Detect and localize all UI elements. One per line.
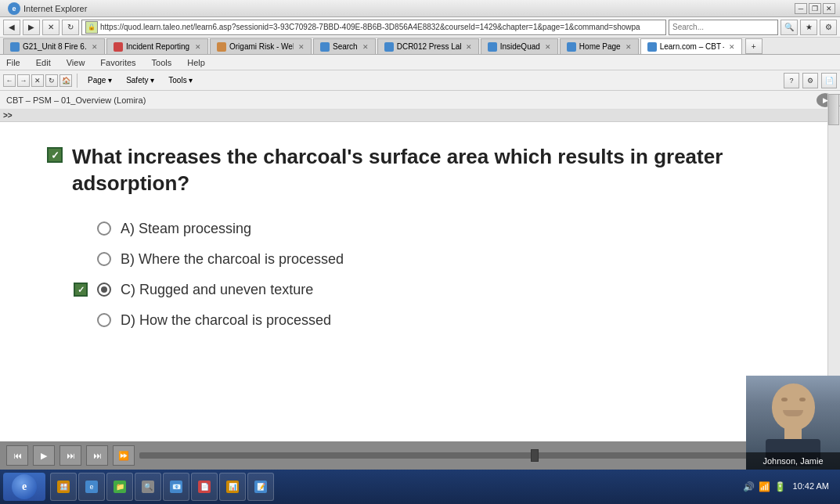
tab-close-7[interactable]: ✕ <box>625 43 632 51</box>
title-bar-text: Internet Explorer <box>23 4 87 13</box>
tab-7[interactable]: Home Page ✕ <box>560 38 639 54</box>
clock: 10:42 AM <box>790 481 832 492</box>
tab-favicon-8 <box>647 42 657 52</box>
tray-icon-3: 🔋 <box>774 481 787 493</box>
taskbar-item-1[interactable]: 🪟 <box>50 473 77 501</box>
back-button[interactable]: ◀ <box>3 20 20 35</box>
toolbar-icon-1[interactable]: ? <box>784 73 799 88</box>
tab-favicon-6 <box>488 42 497 52</box>
toolbar-btn-home[interactable]: 🏠 <box>59 74 72 87</box>
tab-label-3: Origami Risk - Welc <box>229 42 294 51</box>
menu-help[interactable]: Help <box>184 58 208 67</box>
tab-close-4[interactable]: ✕ <box>362 43 369 51</box>
tab-label-2: Incident Reporting - In... <box>126 42 190 51</box>
tab-favicon-1 <box>10 42 20 52</box>
tab-favicon-7 <box>567 42 576 52</box>
tab-close-5[interactable]: ✕ <box>466 43 472 51</box>
toolbar: ← → ✕ ↻ 🏠 Page ▾ Safety ▾ Tools ▾ ? ⚙ 📄 <box>0 70 840 91</box>
taskbar-items: 🪟 e 📁 🔍 📧 📄 📊 📝 <box>47 473 741 501</box>
taskbar-item-7[interactable]: 📊 <box>219 473 246 501</box>
skip-forward-button[interactable]: ⏭ <box>86 445 108 466</box>
expand-button[interactable]: >> <box>3 111 13 120</box>
tab-1[interactable]: G21_Unit 8 Fire 6.26.19... ✕ <box>3 38 105 54</box>
toolbar-icon-3[interactable]: 📄 <box>821 73 837 88</box>
tab-2[interactable]: Incident Reporting - In... ✕ <box>106 38 208 54</box>
play-button[interactable]: ▶ <box>33 445 55 466</box>
address-url: https://quod.learn.taleo.net/learn6.asp?… <box>100 23 640 31</box>
page-header-title: CBT – PSM – 01_Overview (Lomira) <box>6 95 146 105</box>
favorites-button[interactable]: ★ <box>800 20 817 35</box>
skip-back-button[interactable]: ⏭ <box>59 445 81 466</box>
stop-button[interactable]: ✕ <box>42 20 59 35</box>
radio-a[interactable] <box>97 221 111 236</box>
menu-file[interactable]: File <box>3 58 23 67</box>
tab-close-2[interactable]: ✕ <box>195 43 201 51</box>
search-input[interactable] <box>669 20 778 35</box>
toolbar-separator-1 <box>77 74 78 88</box>
search-button[interactable]: 🔍 <box>781 20 798 35</box>
toolbar-btn-2[interactable]: → <box>17 74 30 87</box>
tab-6[interactable]: InsideQuad ✕ <box>481 38 558 54</box>
tab-favicon-4 <box>320 42 330 52</box>
menu-tools[interactable]: Tools <box>149 58 175 67</box>
taskbar: e 🪟 e 📁 🔍 📧 📄 📊 📝 🔊 📶 🔋 10:42 <box>0 470 840 504</box>
option-row-c: C) Rugged and uneven texture <box>74 282 793 298</box>
address-bar[interactable]: 🔒 https://quod.learn.taleo.net/learn6.as… <box>81 20 666 35</box>
tab-8[interactable]: Learn.com – CBT –... ✕ <box>640 38 742 54</box>
taskbar-item-5[interactable]: 📧 <box>163 473 189 501</box>
toolbar-icon-2[interactable]: ⚙ <box>802 73 818 88</box>
option-label-c[interactable]: C) Rugged and uneven texture <box>121 282 313 298</box>
tab-close-1[interactable]: ✕ <box>92 43 98 51</box>
tools-dropdown-button[interactable]: Tools ▾ <box>163 72 198 89</box>
option-label-b[interactable]: B) Where the charcoal is processed <box>121 251 344 268</box>
tab-close-6[interactable]: ✕ <box>545 43 551 51</box>
taskbar-item-3[interactable]: 📁 <box>106 473 133 501</box>
scrollbar-thumb[interactable] <box>828 94 839 125</box>
radio-d[interactable] <box>97 313 111 327</box>
restore-button[interactable]: ❐ <box>809 3 821 14</box>
tab-close-3[interactable]: ✕ <box>298 43 305 51</box>
option-check-b <box>74 252 88 266</box>
taskbar-item-2[interactable]: e <box>78 473 105 501</box>
fast-forward-button[interactable]: ⏩ <box>113 445 135 466</box>
new-tab-button[interactable]: + <box>745 38 762 54</box>
refresh-button[interactable]: ↻ <box>62 20 79 35</box>
tab-label-4: Search <box>333 42 358 51</box>
nav-bar: ◀ ▶ ✕ ↻ 🔒 https://quod.learn.taleo.net/l… <box>0 17 840 38</box>
page-dropdown-button[interactable]: Page ▾ <box>82 72 117 89</box>
tab-3[interactable]: Origami Risk - Welc ✕ <box>210 38 312 54</box>
option-label-a[interactable]: A) Steam processing <box>121 221 251 237</box>
progress-thumb[interactable] <box>531 449 539 462</box>
option-label-d[interactable]: D) How the charcoal is processed <box>121 312 331 329</box>
taskbar-icon-8: 📝 <box>254 481 267 493</box>
question-block: What increases the charcoal's surface ar… <box>47 144 793 197</box>
tab-4[interactable]: Search ✕ <box>313 38 376 54</box>
taskbar-item-6[interactable]: 📄 <box>191 473 218 501</box>
taskbar-item-8[interactable]: 📝 <box>247 473 274 501</box>
menu-view[interactable]: View <box>63 58 88 67</box>
tools-icon-button[interactable]: ⚙ <box>820 20 837 35</box>
toolbar-btn-3[interactable]: ✕ <box>31 74 44 87</box>
question-checkbox <box>47 147 63 163</box>
start-button[interactable]: e <box>3 473 45 501</box>
tabs-bar: G21_Unit 8 Fire 6.26.19... ✕ Incident Re… <box>0 38 840 55</box>
safety-dropdown-button[interactable]: Safety ▾ <box>121 72 160 89</box>
rewind-button[interactable]: ⏮ <box>6 445 28 466</box>
radio-c[interactable] <box>97 283 111 297</box>
menu-favorites[interactable]: Favorites <box>97 58 139 67</box>
tab-close-8[interactable]: ✕ <box>729 43 735 51</box>
tab-label-6: InsideQuad <box>500 42 540 51</box>
forward-button[interactable]: ▶ <box>23 20 40 35</box>
toolbar-btn-1[interactable]: ← <box>3 74 16 87</box>
minimize-button[interactable]: ─ <box>795 3 807 14</box>
tray-icon-2: 📶 <box>759 481 771 493</box>
tab-favicon-3 <box>217 42 226 52</box>
toolbar-btn-4[interactable]: ↻ <box>45 74 58 87</box>
taskbar-item-4[interactable]: 🔍 <box>135 473 161 501</box>
title-bar-controls: ─ ❐ ✕ <box>795 3 835 14</box>
tab-5[interactable]: DCR012 Press Labor D... ✕ <box>377 38 479 54</box>
menu-edit[interactable]: Edit <box>33 58 54 67</box>
radio-b[interactable] <box>97 252 111 266</box>
close-button[interactable]: ✕ <box>823 3 835 14</box>
progress-bar[interactable] <box>139 452 781 459</box>
